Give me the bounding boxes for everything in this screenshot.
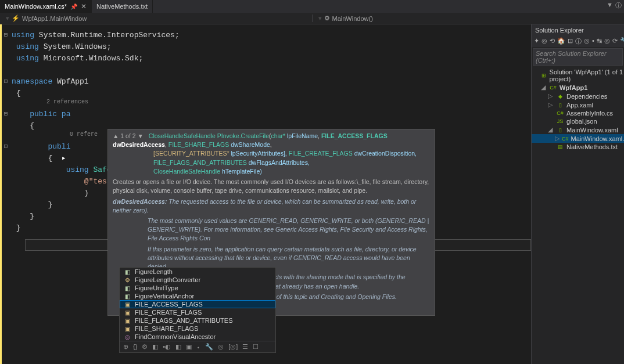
tree-label: MainWindow.xaml.cs xyxy=(571,135,624,142)
tree-item[interactable]: ◢C#WpfApp1 xyxy=(532,83,624,92)
tree-item[interactable]: ▷C#MainWindow.xaml.cs xyxy=(532,134,624,143)
filter-icon[interactable]: ▣ xyxy=(186,343,192,351)
fold-toggle[interactable]: ⊟ xyxy=(2,110,10,118)
tree-item[interactable]: ▤NativeMethods.txt xyxy=(532,143,624,151)
completion-list[interactable]: ◧FigureLength⚙FigureLengthConverter◧Figu… xyxy=(119,267,276,353)
completion-item-label: FILE_SHARE_FLAGS xyxy=(135,325,198,332)
solution-search-input[interactable]: Search Solution Explorer (Ctrl+;) xyxy=(533,48,623,66)
tree-label: AssemblyInfo.cs xyxy=(566,110,613,117)
tab-label: NativeMethods.txt xyxy=(96,3,148,10)
code-editor[interactable]: ⊟using System.Runtime.InteropServices; u… xyxy=(0,24,531,364)
pin-icon[interactable]: 📌 xyxy=(70,3,77,10)
file-icon: C# xyxy=(549,85,557,91)
completion-item-icon: ◎ xyxy=(123,334,131,340)
breadcrumb-member-text: MainWindow() xyxy=(332,15,373,22)
panel-title: Solution Explorer xyxy=(532,24,624,36)
completion-item[interactable]: ▣FILE_SHARE_FLAGS xyxy=(120,325,275,333)
toolbar-icon[interactable]: ◎ xyxy=(584,37,590,46)
breadcrumb-class-text: WpfApp1.MainWindow xyxy=(22,15,87,22)
toolbar-icon[interactable]: ⟲ xyxy=(550,37,555,46)
fold-toggle[interactable]: ⊟ xyxy=(2,77,10,85)
expand-icon[interactable]: ◢ xyxy=(541,84,547,91)
toolbar-icon[interactable]: ◎ xyxy=(604,37,610,46)
filter-icon[interactable]: •◐ xyxy=(163,343,171,351)
tree-item[interactable]: ⊞Solution 'WpfApp1' (1 of 1 project) xyxy=(532,68,624,83)
close-icon[interactable]: ✕ xyxy=(81,2,87,10)
help-icon[interactable]: ⓘ xyxy=(615,1,622,10)
tree-item[interactable]: ▷◆Dependencies xyxy=(532,92,624,100)
filter-icon[interactable]: ☰ xyxy=(242,343,248,351)
completion-item[interactable]: ▣FILE_FLAGS_AND_ATTRIBUTES xyxy=(120,316,275,325)
toolbar-icon[interactable]: • xyxy=(592,37,594,46)
file-icon: ▯ xyxy=(556,127,564,133)
toolbar-icon[interactable]: 🔧 xyxy=(620,37,624,46)
filter-icon[interactable]: ⬩ xyxy=(196,343,200,351)
completion-item-icon: ⚙ xyxy=(123,277,131,283)
filter-icon[interactable]: {} xyxy=(133,343,137,351)
completion-item[interactable]: ◧FigureLength xyxy=(120,268,275,276)
completion-item-label: FigureUnitType xyxy=(135,284,178,291)
toolbar-icon[interactable]: 🏠 xyxy=(557,37,565,46)
codelens-refs[interactable]: 2 references xyxy=(12,99,531,108)
expand-icon[interactable]: ◢ xyxy=(548,126,554,134)
expand-icon[interactable]: ▷ xyxy=(548,92,554,100)
filter-icon[interactable]: ⚙ xyxy=(142,343,148,351)
completion-item[interactable]: ⚙FigureLengthConverter xyxy=(120,276,275,284)
completion-item-icon: ◧ xyxy=(123,269,131,275)
breadcrumb-member[interactable]: ▾ ⚙ MainWindow() xyxy=(312,15,625,22)
completion-filter-bar[interactable]: ⊕{}⚙◧•◐◧▣⬩🔧◎[◎]☰☐ xyxy=(120,341,275,352)
tree-item[interactable]: ◢▯MainWindow.xaml xyxy=(532,125,624,134)
toolbar-icon[interactable]: ✦ xyxy=(534,37,539,46)
expand-icon[interactable]: ▷ xyxy=(548,101,554,109)
filter-icon[interactable]: [◎] xyxy=(228,343,238,351)
bolt-icon: ⚡ xyxy=(12,15,20,22)
fold-toggle[interactable]: ⊟ xyxy=(2,142,10,150)
completion-item-label: FigureLength xyxy=(135,268,173,275)
completion-item-label: FILE_CREATE_FLAGS xyxy=(135,309,202,316)
file-icon: ◆ xyxy=(556,93,564,99)
tree-label: Dependencies xyxy=(566,93,607,100)
filter-icon[interactable]: ◧ xyxy=(152,343,158,351)
breadcrumb-class[interactable]: ▾ ⚡ WpfApp1.MainWindow xyxy=(0,15,312,22)
filter-icon[interactable]: ⊕ xyxy=(123,343,128,351)
filter-icon[interactable]: 🔧 xyxy=(205,343,213,351)
completion-item[interactable]: ◎FindCommonVisualAncestor xyxy=(120,333,275,341)
fold-toggle[interactable]: ⊟ xyxy=(2,31,10,39)
breadcrumb-bar: ▾ ⚡ WpfApp1.MainWindow ▾ ⚙ MainWindow() xyxy=(0,13,624,24)
overflow-icon[interactable]: ▼ xyxy=(607,1,613,10)
tree-item[interactable]: C#AssemblyInfo.cs xyxy=(532,109,624,117)
tree-label: NativeMethods.txt xyxy=(566,143,618,150)
completion-item-icon: ◧ xyxy=(123,293,131,300)
toolbar-icon[interactable]: ⟳ xyxy=(612,37,618,46)
filter-icon[interactable]: ◧ xyxy=(175,343,181,351)
tree-item[interactable]: ▷▯App.xaml xyxy=(532,100,624,109)
tree-label: App.xaml xyxy=(566,102,593,109)
filter-icon[interactable]: ◎ xyxy=(218,343,224,351)
file-icon: ▯ xyxy=(556,102,564,108)
completion-item-label: FigureVerticalAnchor xyxy=(135,293,194,300)
tab-mainwindow-cs[interactable]: MainWindow.xaml.cs* 📌 ✕ xyxy=(0,0,92,13)
solution-explorer-toolbar: ✦◎⟲🏠⊡ⓘ◎•↹◎⟳🔧 xyxy=(532,36,624,47)
tab-nativemethods[interactable]: NativeMethods.txt xyxy=(92,0,153,13)
completion-item-icon: ▣ xyxy=(123,318,131,324)
toolbar-icon[interactable]: ↹ xyxy=(597,37,602,46)
toolbar-icon[interactable]: ⓘ xyxy=(575,37,582,46)
tree-item[interactable]: JSglobal.json xyxy=(532,117,624,125)
file-icon: C# xyxy=(556,110,564,116)
completion-item[interactable]: ◧FigureUnitType xyxy=(120,284,275,292)
expand-icon[interactable]: ▷ xyxy=(555,135,560,142)
file-icon: ▤ xyxy=(556,144,564,150)
overload-nav[interactable]: ▲ 1 of 2 ▼ xyxy=(113,132,144,139)
gear-icon: ⚙ xyxy=(324,15,330,22)
file-icon: C# xyxy=(562,136,569,142)
toolbar-icon[interactable]: ⊡ xyxy=(568,37,573,46)
toolbar-icon[interactable]: ◎ xyxy=(541,37,547,46)
completion-item[interactable]: ▣FILE_ACCESS_FLAGS xyxy=(120,300,275,308)
completion-item[interactable]: ◧FigureVerticalAnchor xyxy=(120,292,275,300)
solution-tree[interactable]: ⊞Solution 'WpfApp1' (1 of 1 project)◢C#W… xyxy=(532,67,624,152)
filter-icon[interactable]: ☐ xyxy=(253,343,259,351)
completion-item[interactable]: ▣FILE_CREATE_FLAGS xyxy=(120,308,275,316)
tree-label: Solution 'WpfApp1' (1 of 1 project) xyxy=(550,69,624,82)
completion-item-icon: ◧ xyxy=(123,285,131,291)
tab-label: MainWindow.xaml.cs* xyxy=(5,3,67,10)
